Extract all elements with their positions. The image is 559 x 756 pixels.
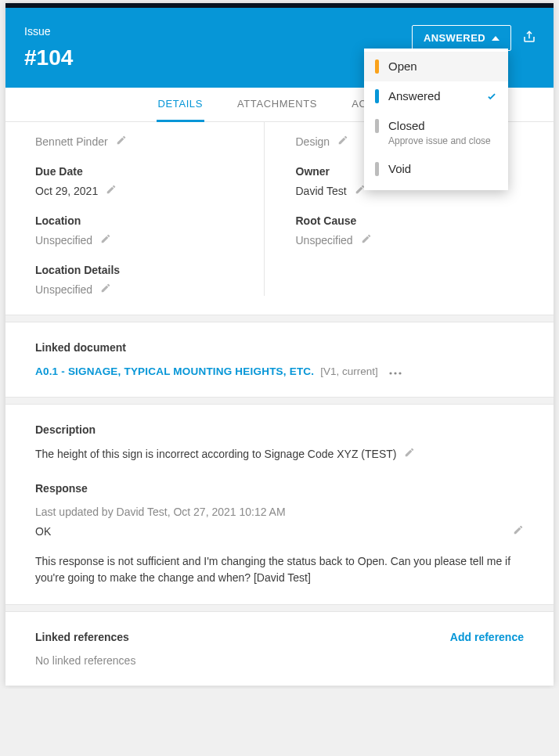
linked-document-link[interactable]: A0.1 - SIGNAGE, TYPICAL MOUNTING HEIGHTS…	[35, 365, 314, 377]
location-details-value: Unspecified	[35, 283, 92, 296]
response-label: Response	[35, 482, 524, 495]
response-note: This response is not sufficient and I'm …	[35, 553, 524, 585]
description-text: The height of this sign is incorrect acc…	[35, 448, 396, 460]
description-label: Description	[35, 423, 524, 436]
linked-references-section: Linked references Add reference No linke…	[5, 612, 554, 686]
linked-document-label: Linked document	[35, 341, 524, 354]
svg-point-2	[399, 373, 401, 375]
status-option-label: Open	[388, 59, 417, 73]
share-icon[interactable]	[522, 30, 536, 46]
response-text: OK	[35, 525, 51, 538]
panel-header: Issue #104 ANSWERED OpenAnsweredClosedAp…	[5, 8, 554, 88]
edit-location-details-icon[interactable]	[100, 283, 111, 296]
response-meta: Last updated by David Test, Oct 27, 2021…	[35, 506, 524, 518]
linked-document-meta: [V1, current]	[320, 365, 378, 377]
due-date-label: Due Date	[35, 165, 264, 178]
location-details-label: Location Details	[35, 264, 264, 276]
edit-category-icon[interactable]	[337, 135, 348, 148]
edit-assignee-icon[interactable]	[116, 135, 127, 148]
status-option-void[interactable]: Void	[364, 154, 508, 184]
root-cause-value: Unspecified	[296, 234, 353, 247]
status-dropdown-label: ANSWERED	[424, 32, 485, 44]
status-option-answered[interactable]: Answered	[364, 81, 508, 111]
status-color-bar	[375, 162, 379, 176]
svg-point-0	[389, 373, 391, 375]
status-color-bar	[375, 59, 379, 74]
assignee-value: Bennett Pinder	[35, 135, 108, 148]
check-icon	[486, 91, 497, 104]
status-color-bar	[375, 89, 379, 103]
status-dropdown-button[interactable]: ANSWERED	[412, 25, 511, 51]
location-value: Unspecified	[35, 234, 92, 247]
owner-value: David Test	[296, 185, 347, 197]
svg-point-1	[394, 373, 396, 375]
category-value: Design	[296, 135, 330, 148]
tab-attachments[interactable]: ATTACHMENTS	[236, 88, 319, 122]
due-date-value: Oct 29, 2021	[35, 185, 98, 197]
edit-response-icon[interactable]	[513, 524, 524, 538]
linked-references-empty: No linked references	[35, 654, 524, 667]
add-reference-button[interactable]: Add reference	[450, 631, 524, 643]
status-option-label: Closed	[388, 119, 491, 132]
tab-details[interactable]: DETAILS	[157, 88, 204, 122]
status-option-sub: Approve issue and close	[388, 135, 491, 146]
linked-references-label: Linked references	[35, 631, 129, 643]
status-option-label: Answered	[388, 89, 441, 103]
more-options-icon[interactable]	[389, 365, 402, 378]
status-option-closed[interactable]: ClosedApprove issue and close	[364, 111, 508, 154]
status-option-open[interactable]: Open	[364, 52, 508, 81]
edit-description-icon[interactable]	[404, 447, 415, 460]
status-color-bar	[375, 119, 379, 133]
edit-location-icon[interactable]	[100, 233, 111, 247]
status-dropdown-menu: OpenAnsweredClosedApprove issue and clos…	[364, 49, 508, 190]
status-option-label: Void	[388, 162, 411, 175]
edit-due-date-icon[interactable]	[106, 184, 117, 197]
location-label: Location	[35, 214, 264, 227]
caret-up-icon	[492, 36, 499, 41]
edit-root-cause-icon[interactable]	[361, 233, 372, 247]
root-cause-label: Root Cause	[296, 214, 525, 227]
